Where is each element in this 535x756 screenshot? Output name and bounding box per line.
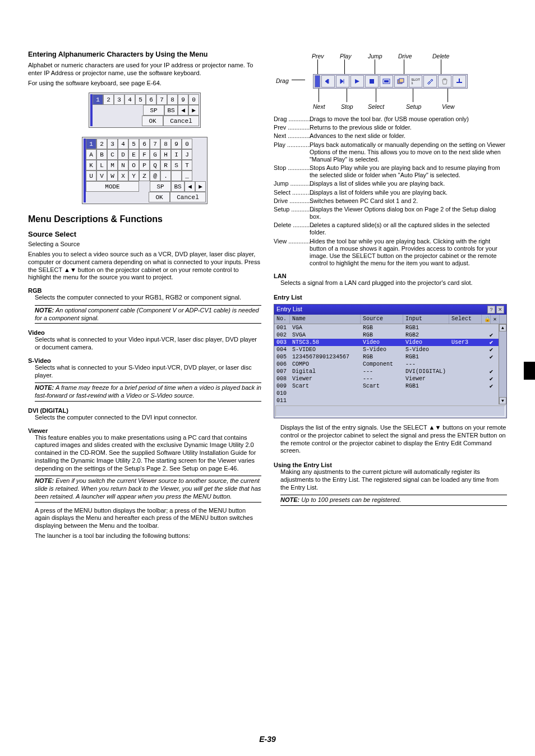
label-jump: Jump [368, 53, 382, 59]
sub-video: Video [28, 329, 261, 336]
table-row[interactable]: 004S-VIDEOS-VideoS-Video✔ [274, 346, 506, 353]
label-setup: Setup [406, 103, 421, 110]
para-svideo: Selects what is connected to your S-Vide… [35, 364, 261, 380]
label-prev: Prev [312, 53, 324, 59]
toolbar-select-button[interactable] [394, 75, 408, 87]
sub-svideo: S-Video [28, 357, 261, 364]
entry-list-header: No. Name Source Input Select 🔒 ✕ [274, 315, 506, 324]
toolbar-view-button[interactable] [453, 75, 466, 87]
toolbar-drag-handle[interactable] [315, 75, 320, 87]
sub-using-entry-list: Using the Entry List [274, 462, 507, 468]
key-left[interactable]: ◀ [185, 181, 195, 192]
toolbar-prev-button[interactable] [321, 75, 335, 87]
key-9[interactable]: 9 [178, 94, 188, 105]
toolbar-delete-button[interactable] [438, 75, 451, 87]
page-number: E-39 [0, 735, 535, 744]
heading-menu-descriptions: Menu Descriptions & Functions [28, 214, 261, 224]
table-row[interactable]: 009ScartScartRGB1✔ [274, 382, 506, 390]
scroll-up-icon[interactable]: ▲ [499, 324, 506, 331]
svg-rect-2 [384, 80, 389, 82]
svg-rect-4 [399, 79, 404, 82]
key-8[interactable]: 8 [167, 94, 178, 105]
key-sp[interactable]: SP [150, 181, 171, 192]
key-left[interactable]: ◀ [178, 105, 188, 116]
key-bs[interactable]: BS [171, 181, 185, 192]
toolbar-jump-button[interactable] [380, 75, 393, 87]
key-sp[interactable]: SP [143, 105, 164, 116]
toolbar-drive-button[interactable]: SLOT1 [409, 75, 422, 87]
sub-viewer: Viewer [28, 427, 261, 434]
key-5[interactable]: 5 [135, 94, 146, 105]
right-column: Prev Play Jump Drive Delete Drag Next St… [274, 50, 507, 542]
key-cancel[interactable]: Cancel [163, 116, 199, 126]
key-0[interactable]: 0 [188, 94, 199, 105]
entry-list-body: 001VGARGBRGB1002SVGARGBRGB2✔003NTSC3.58V… [274, 324, 506, 404]
note-viewer: NOTE: Even if you switch the current Vie… [35, 476, 261, 502]
key-2[interactable]: 2 [103, 94, 114, 105]
lock-icon[interactable]: 🔒 [482, 315, 491, 324]
left-column: Entering Alphanumeric Characters by Usin… [28, 50, 261, 542]
toolbar-setup-button[interactable] [423, 75, 437, 87]
skip-icon[interactable]: ✕ [491, 315, 500, 324]
scrollbar[interactable]: ▲ ▼ [499, 324, 506, 404]
table-row[interactable]: 008Viewer---Viewer✔ [274, 375, 506, 382]
software-keyboard-numeric: 1 2 3 4 5 6 7 8 9 0 SP BS ◀ ▶ [28, 93, 261, 128]
entry-list-title: Entry List [276, 306, 302, 314]
para-source-desc: Enables you to select a video source suc… [28, 251, 261, 282]
note-presets: NOTE: Up to 100 presets can be registere… [280, 495, 507, 506]
toolbar-definitions: DragDrags to move the tool bar. (for USB… [274, 116, 507, 267]
key-7[interactable]: 7 [156, 94, 167, 105]
label-delete: Delete [432, 53, 449, 59]
label-drag: Drag [276, 77, 289, 84]
scroll-down-icon[interactable]: ▼ [499, 397, 506, 404]
close-icon[interactable]: ✕ [496, 306, 504, 314]
label-next: Next [313, 103, 325, 110]
table-row[interactable]: 007Digital---DVI(DIGITAL)✔ [274, 368, 506, 375]
note-svideo: NOTE: A frame may freeze for a brief per… [35, 382, 261, 402]
key-mode[interactable]: MODE [86, 181, 139, 192]
software-keyboard-alpha: 1 2 3 4 5 6 7 8 9 0 ABCDEFGHIJ K [28, 137, 261, 204]
key-ok[interactable]: OK [142, 116, 163, 126]
para-selecting-source: Selecting a Source [28, 241, 261, 248]
key-right[interactable]: ▶ [188, 105, 199, 116]
key-4[interactable]: 4 [124, 94, 135, 105]
label-stop: Stop [341, 103, 353, 110]
table-row[interactable]: 011 [274, 397, 506, 404]
para-viewer-2: A press of the MENU button displays the … [35, 507, 261, 530]
entry-list-statusbar [275, 405, 505, 417]
key-bs[interactable]: BS [164, 105, 178, 116]
para-viewer-1: This feature enables you to make present… [35, 434, 261, 473]
toolbar-diagram: Prev Play Jump Drive Delete Drag Next St… [274, 50, 507, 112]
table-row[interactable]: 006COMPOComponent--- [274, 361, 506, 368]
table-row[interactable]: 00512345678901234567RGBRGB1✔ [274, 353, 506, 361]
table-row[interactable]: 010 [274, 390, 506, 397]
key-ok[interactable]: OK [149, 192, 170, 202]
sub-lan: LAN [274, 273, 507, 279]
page-columns: Entering Alphanumeric Characters by Usin… [28, 50, 507, 542]
table-row[interactable]: 002SVGARGBRGB2✔ [274, 331, 506, 339]
table-row[interactable]: 001VGARGBRGB1 [274, 324, 506, 331]
para-entry-list: Displays the list of the entry signals. … [280, 424, 507, 455]
key-right[interactable]: ▶ [195, 181, 206, 192]
key-cancel[interactable]: Cancel [170, 192, 206, 202]
key-1[interactable]: 1 [93, 94, 103, 105]
entry-list-window: Entry List ? ✕ No. Name Source Input Sel… [274, 304, 507, 418]
label-view: View [442, 103, 455, 110]
label-play: Play [340, 53, 351, 59]
key-3[interactable]: 3 [114, 94, 124, 105]
para-video: Selects what is connected to your Video … [35, 336, 261, 352]
sub-rgb: RGB [28, 287, 261, 294]
para-enter-1: Alphabet or numeric characters are used … [28, 62, 261, 77]
toolbar-play-button[interactable] [350, 75, 364, 87]
svg-rect-0 [370, 79, 374, 84]
key-6[interactable]: 6 [146, 94, 156, 105]
entry-list-titlebar: Entry List ? ✕ [274, 305, 506, 315]
para-rgb: Selects the computer connected to your R… [35, 294, 261, 302]
sub-dvi: DVI (DIGITAL) [28, 407, 261, 414]
toolbar-next-button[interactable] [336, 75, 349, 87]
table-row[interactable]: 003NTSC3.58VideoVideoUser3✔ [274, 339, 506, 346]
help-icon[interactable]: ? [487, 306, 495, 314]
note-rgb: NOTE: An optional component cable (Compo… [35, 305, 261, 324]
toolbar-stop-button[interactable] [365, 75, 379, 87]
svg-rect-1 [383, 79, 390, 84]
